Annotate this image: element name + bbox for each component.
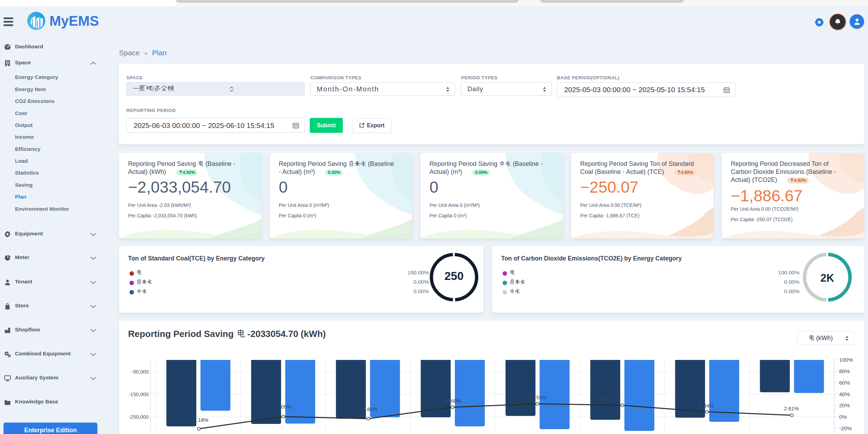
svg-text:-150,000: -150,000 xyxy=(129,392,149,397)
svg-text:-50,000: -50,000 xyxy=(132,369,149,375)
svg-text:-0.05%: -0.05% xyxy=(275,404,292,410)
svg-text:-20%: -20% xyxy=(839,425,852,431)
svg-text:8.34%: 8.34% xyxy=(699,403,714,409)
svg-text:16.60%: 16.60% xyxy=(444,398,461,404)
svg-text:60%: 60% xyxy=(839,380,850,386)
svg-text:-21.18%: -21.18% xyxy=(189,417,208,423)
svg-text:-3.86%: -3.86% xyxy=(361,406,378,412)
svg-text:-250,000: -250,000 xyxy=(129,414,149,420)
svg-text:20%: 20% xyxy=(839,402,850,408)
svg-text:19.83%: 19.83% xyxy=(596,396,614,402)
svg-text:22.53%: 22.53% xyxy=(529,394,547,400)
svg-text:40%: 40% xyxy=(839,391,850,397)
svg-text:80%: 80% xyxy=(839,368,850,374)
svg-text:0%: 0% xyxy=(839,414,847,420)
svg-text:100%: 100% xyxy=(839,357,853,363)
svg-text:2.61%: 2.61% xyxy=(784,405,799,411)
